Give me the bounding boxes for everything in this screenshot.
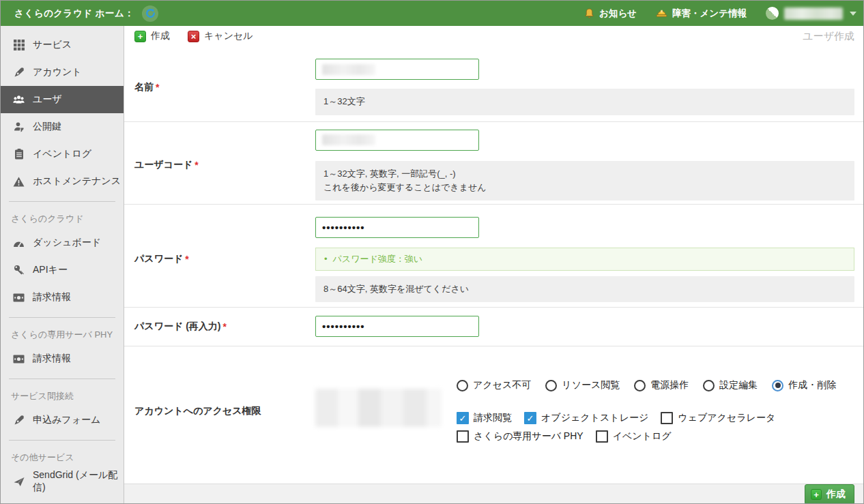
user-code-hint-line2: これを後から変更することはできません [323,181,846,194]
header-right: お知らせ 障害・メンテ情報 [584,7,856,20]
radio-label: アクセス不可 [473,379,531,391]
required-marker: * [156,82,159,93]
radio-icon[interactable] [772,380,783,391]
maintenance-label: 障害・メンテ情報 [672,8,747,20]
user-code-input[interactable] [315,130,479,151]
notifications-link[interactable]: お知らせ [584,8,637,20]
refresh-button[interactable] [142,5,158,22]
bell-icon [584,8,594,19]
pen-icon [13,415,25,426]
name-input[interactable] [315,59,479,80]
form-row-password: パスワード* •••••••••• • パスワード強度：強い 8～64文字, 英… [124,205,863,308]
radio-icon[interactable] [545,380,557,391]
checkbox-option-billing-view[interactable]: 請求閲覧 [457,412,512,424]
radio-label: 電源操作 [650,379,689,391]
person-key-icon [13,121,25,133]
create-button-footer[interactable]: + 作成 [805,484,854,504]
user-code-value-redacted [322,134,375,145]
sidebar-item-event-log[interactable]: イベントログ [1,140,124,168]
checkbox-label: オブジェクトストレージ [541,412,648,424]
close-icon: × [188,31,199,42]
sidebar-section-cloud: さくらのクラウド [1,208,124,229]
sidebar-item-services[interactable]: サービス [1,31,124,59]
caret-down-icon [850,12,856,16]
radio-option-power-ops[interactable]: 電源操作 [634,379,689,391]
radio-option-no-access[interactable]: アクセス不可 [457,379,531,391]
checkbox-label: イベントログ [613,430,672,443]
warning-icon [13,176,25,188]
sidebar-item-api-key[interactable]: APIキー [1,256,124,284]
sidebar-item-account[interactable]: アカウント [1,59,124,86]
create-button-toolbar[interactable]: + 作成 [134,30,170,42]
sidebar-item-label: 請求情報 [33,291,71,303]
sidebar-item-label: 請求情報 [33,353,71,365]
checkbox-option-phy-server[interactable]: さくらの専用サーバ PHY [457,430,584,443]
checkbox-icon[interactable] [596,430,608,443]
radio-icon[interactable] [703,380,715,391]
toolbar: + 作成 × キャンセル ユーザ作成 [124,26,863,46]
sidebar-item-billing-phy[interactable]: 請求情報 [1,345,124,372]
checkbox-icon[interactable] [457,430,469,443]
password-confirm-input[interactable]: •••••••••• [315,316,479,337]
password-hint: 8～64文字, 英数字を混ぜてください [315,276,854,302]
sidebar-item-label: APIキー [33,264,68,276]
sidebar: サービス アカウント ユーザ [1,26,124,504]
create-button-label: 作成 [151,30,170,42]
checkbox-label: 請求閲覧 [474,412,512,424]
sidebar-divider [9,317,115,318]
content-area: + 作成 × キャンセル ユーザ作成 名前* 1～32文字 [124,26,863,504]
password-confirm-field-label: パスワード (再入力)* [134,316,315,337]
grid-icon [13,40,25,51]
sidebar-item-sendgrid[interactable]: SendGrid (メール配信) [1,468,124,495]
sidebar-item-public-key[interactable]: 公開鍵 [1,113,124,140]
password-input[interactable]: •••••••••• [315,217,479,238]
sidebar-item-application-form[interactable]: 申込みフォーム [1,406,124,434]
radio-label: 作成・削除 [788,379,836,391]
required-marker: * [195,160,198,171]
cancel-button-label: キャンセル [204,30,253,42]
user-code-field-label: ユーザコード* [134,130,315,201]
cancel-button[interactable]: × キャンセル [188,30,253,42]
sidebar-divider [9,440,115,441]
key-icon [13,265,25,276]
form-row-name: 名前* 1～32文字 [124,46,863,121]
sidebar-section-phy: さくらの専用サーバ PHY [1,324,124,345]
users-icon [13,94,25,106]
sidebar-item-host-maintenance[interactable]: ホストメンテナンス [1,168,124,195]
maintenance-link[interactable]: 障害・メンテ情報 [656,8,747,20]
checkbox-icon[interactable] [524,412,536,424]
user-code-hint: 1～32文字, 英数字, 一部記号(_, -) これを後から変更することはできま… [315,161,854,201]
radio-icon[interactable] [457,380,468,391]
sidebar-item-dashboard[interactable]: ダッシュボード [1,229,124,256]
create-button-footer-label: 作成 [826,488,846,501]
checkbox-option-object-storage[interactable]: オブジェクトストレージ [524,412,648,424]
checkbox-option-event-log[interactable]: イベントログ [596,430,672,443]
name-value-redacted [322,64,375,75]
sidebar-item-label: 申込みフォーム [33,414,100,426]
radio-option-view-resources[interactable]: リソース閲覧 [545,379,620,391]
name-hint: 1～32文字 [315,89,854,115]
sidebar-item-label: SendGrid (メール配信) [33,469,124,494]
user-code-hint-line1: 1～32文字, 英数字, 一部記号(_, -) [323,167,846,181]
access-level-radio-group: アクセス不可 リソース閲覧 電源操作 [457,379,836,391]
hardhat-icon [656,8,667,18]
user-name-redacted [784,8,843,20]
checkbox-option-web-accelerator[interactable]: ウェブアクセラレータ [661,412,775,424]
plus-icon: + [811,489,822,500]
radio-option-create-delete[interactable]: 作成・削除 [772,379,836,391]
form-row-access-rights: アカウントへのアクセス権限 アクセス不可 リソース閲覧 [124,346,863,484]
user-menu[interactable] [766,7,856,20]
checkbox-icon[interactable] [661,412,673,424]
notifications-label: お知らせ [599,8,637,20]
sidebar-item-users[interactable]: ユーザ [1,86,124,113]
sidebar-item-label: ユーザ [33,93,62,106]
radio-option-edit-settings[interactable]: 設定編集 [703,379,758,391]
password-strength-indicator: • パスワード強度：強い [315,248,854,271]
checkbox-icon[interactable] [457,412,469,424]
refresh-icon [145,8,156,18]
radio-icon[interactable] [634,380,646,391]
form-row-user-code: ユーザコード* 1～32文字, 英数字, 一部記号(_, -) これを後から変更… [124,122,863,205]
pen-icon [13,67,25,78]
radio-label: 設定編集 [719,379,758,391]
sidebar-item-billing-cloud[interactable]: 請求情報 [1,284,124,311]
